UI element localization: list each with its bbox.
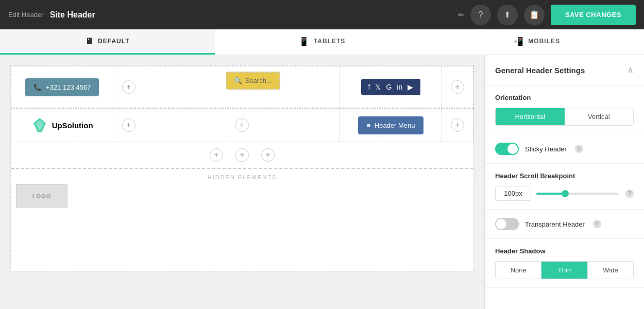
transparent-toggle-row: Transparent Header ?	[495, 218, 634, 230]
sticky-header-toggle[interactable]	[495, 143, 519, 155]
tablet-icon: 📱	[299, 37, 310, 46]
orientation-section: Orientation Horizontal Vertical	[485, 85, 644, 134]
save-changes-button[interactable]: SAVE CHANGES	[551, 5, 636, 25]
google-icon: G	[386, 83, 392, 91]
sticky-toggle-row: Sticky Header ?	[495, 143, 634, 155]
horizontal-btn[interactable]: Horizontal	[496, 108, 565, 125]
logo-text: UpSolution	[52, 121, 93, 130]
linkedin-icon: in	[397, 83, 402, 91]
shadow-section: Header Shadow None Thin Wide	[485, 239, 644, 288]
grid-row-1: 📞 +321 123 4567 + 🔍 Search... f	[11, 66, 473, 108]
shadow-options: None Thin Wide	[495, 261, 634, 279]
canvas-area: 📞 +321 123 4567 + 🔍 Search... f	[0, 55, 484, 309]
menu-icon: ≡	[366, 122, 370, 129]
panel-header: General Header Settings ∧	[485, 55, 644, 85]
cell-center-2: +	[144, 109, 340, 142]
hidden-row: LOGO	[16, 184, 468, 208]
upload-button[interactable]: ⬆	[497, 5, 518, 25]
mobile-icon: 📲	[513, 37, 524, 46]
scroll-breakpoint-section: Header Scroll Breakpoint ?	[485, 164, 644, 210]
grid-row-2: UpSolution + + ≡ Header Menu +	[11, 108, 473, 142]
slider-thumb	[562, 190, 569, 197]
shadow-wide[interactable]: Wide	[587, 262, 633, 279]
phone-icon: 📞	[33, 83, 42, 91]
cell-center-1: 🔍 Search...	[144, 66, 340, 108]
shadow-thin[interactable]: Thin	[541, 262, 587, 279]
right-panel: General Header Settings ∧ Orientation Ho…	[484, 55, 644, 309]
phone-widget[interactable]: 📞 +321 123 4567	[25, 78, 99, 96]
tab-default-label: DEFAULT	[98, 38, 129, 45]
add-row-btn-left[interactable]: +	[210, 148, 223, 162]
site-header-title: Site Header	[50, 10, 95, 20]
hidden-label: HIDDEN ELEMENTS	[16, 174, 468, 180]
tab-mobiles-label: MOBILES	[528, 38, 560, 45]
sticky-help-icon[interactable]: ?	[575, 145, 583, 153]
add-row-btn-center[interactable]: +	[235, 148, 249, 162]
transparent-header-toggle[interactable]	[495, 218, 519, 230]
orientation-btn-group: Horizontal Vertical	[495, 108, 634, 126]
cell-logo: UpSolution	[11, 109, 113, 142]
cell-add-1: +	[113, 66, 144, 108]
cell-menu: ≡ Header Menu	[340, 109, 442, 142]
logo-widget[interactable]: UpSolution	[25, 113, 99, 138]
help-button[interactable]: ?	[470, 5, 491, 25]
orientation-label: Orientation	[495, 94, 634, 101]
transparent-header-label: Transparent Header	[525, 220, 585, 228]
search-icon: 🔍	[234, 77, 242, 84]
tab-mobiles[interactable]: 📲 MOBILES	[429, 29, 644, 55]
panel-title: General Header Settings	[495, 66, 585, 75]
add-element-btn-3[interactable]: +	[122, 118, 135, 132]
phone-number: +321 123 4567	[46, 83, 91, 91]
search-text: Search...	[245, 77, 272, 84]
sticky-header-section: Sticky Header ?	[485, 134, 644, 164]
add-element-btn-1[interactable]: +	[122, 80, 135, 94]
logo-hidden: LOGO	[16, 184, 67, 208]
cell-add-3: +	[113, 109, 144, 142]
sticky-toggle-knob	[507, 144, 518, 154]
logo-diamond-icon	[31, 117, 48, 133]
search-widget[interactable]: 🔍 Search...	[226, 72, 280, 90]
desktop-icon: 🖥	[85, 37, 94, 46]
cell-social: f 𝕏 G in ▶	[340, 66, 442, 108]
top-bar: Edit Header Site Header ✏ ? ⬆ 📋 SAVE CHA…	[0, 0, 644, 29]
tabs-bar: 🖥 DEFAULT 📱 TABLETS 📲 MOBILES	[0, 29, 644, 55]
add-element-btn-2[interactable]: +	[451, 80, 464, 94]
hidden-section: HIDDEN ELEMENTS LOGO	[11, 168, 473, 213]
menu-label: Header Menu	[375, 122, 415, 129]
collapse-icon[interactable]: ∧	[627, 64, 634, 76]
add-element-btn-5[interactable]: +	[451, 118, 464, 132]
slider-fill	[536, 193, 565, 195]
twitter-icon: 𝕏	[375, 83, 381, 91]
youtube-icon: ▶	[408, 83, 413, 91]
shadow-label: Header Shadow	[495, 247, 634, 255]
scroll-value-input[interactable]	[495, 186, 531, 201]
sticky-header-label: Sticky Header	[525, 145, 567, 153]
add-row-section: + + +	[11, 142, 473, 168]
document-button[interactable]: 📋	[524, 5, 545, 25]
main-layout: 📞 +321 123 4567 + 🔍 Search... f	[0, 55, 644, 309]
slider-row: ?	[495, 186, 634, 201]
pencil-icon[interactable]: ✏	[458, 11, 464, 19]
social-widget[interactable]: f 𝕏 G in ▶	[361, 79, 421, 95]
scroll-help-icon[interactable]: ?	[625, 190, 634, 198]
transparent-toggle-knob	[496, 219, 506, 229]
transparent-header-section: Transparent Header ?	[485, 210, 644, 239]
tab-tablets-label: TABLETS	[314, 38, 345, 45]
vertical-btn[interactable]: Vertical	[565, 108, 634, 125]
menu-widget[interactable]: ≡ Header Menu	[358, 116, 423, 134]
fb-icon: f	[368, 83, 370, 91]
edit-header-label: Edit Header	[8, 11, 44, 19]
tab-default[interactable]: 🖥 DEFAULT	[0, 29, 215, 55]
scroll-breakpoint-label: Header Scroll Breakpoint	[495, 172, 634, 180]
transparent-help-icon[interactable]: ?	[593, 220, 601, 228]
add-row-btn-right[interactable]: +	[261, 148, 275, 162]
add-element-btn-4[interactable]: +	[235, 118, 249, 132]
canvas-container: 📞 +321 123 4567 + 🔍 Search... f	[10, 65, 474, 271]
slider-track[interactable]	[536, 193, 618, 195]
tab-tablets[interactable]: 📱 TABLETS	[215, 29, 430, 55]
cell-add-5: +	[442, 109, 473, 142]
cell-phone: 📞 +321 123 4567	[11, 66, 113, 108]
cell-add-2: +	[442, 66, 473, 108]
shadow-none[interactable]: None	[496, 262, 541, 279]
